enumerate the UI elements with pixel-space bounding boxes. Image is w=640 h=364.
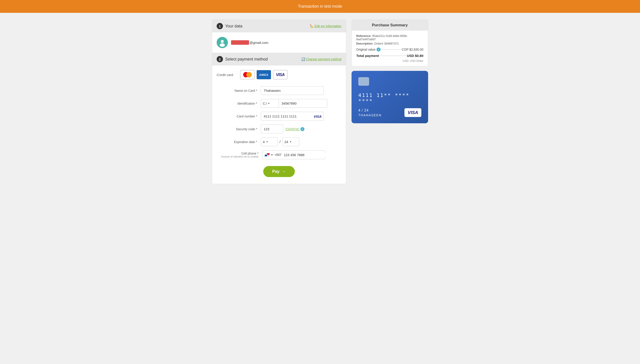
- card-bottom: 4 / 24 THAHASEEN VISA: [358, 108, 421, 117]
- change-payment-text: Change payment method: [306, 57, 342, 61]
- expiry-month-value: 4: [263, 140, 265, 144]
- card-number-preview: 4111 11** **** ****: [358, 92, 421, 104]
- flag-icon: 🇵🇦: [265, 152, 269, 157]
- amex-text: AMEX: [257, 70, 271, 79]
- description-value: Order# 384687371: [374, 42, 399, 45]
- edit-link-text: Edit my information: [314, 24, 342, 28]
- change-payment-link[interactable]: 🔄 Change payment method: [301, 57, 342, 61]
- currency-note: USD: USD Dollar: [356, 60, 423, 62]
- card-number-label: Card number *: [221, 114, 257, 118]
- phone-dropdown-arrow: ▼: [271, 154, 273, 156]
- phone-input-group[interactable]: 🇵🇦 ▼ +507: [262, 150, 325, 159]
- security-code-input[interactable]: [261, 125, 283, 134]
- total-label: Total payment: [356, 54, 379, 58]
- total-value: USD $0.80: [407, 54, 423, 58]
- pencil-icon: ✏️: [310, 24, 313, 28]
- cell-phone-row: Cell phone * (Incluye el indicativo de t…: [221, 150, 342, 159]
- summary-title: Purchase Summary: [352, 20, 428, 30]
- email-redacted: [231, 40, 249, 45]
- pay-button[interactable]: Pay →: [263, 166, 295, 177]
- mastercard-logo[interactable]: [240, 70, 255, 80]
- dots-1: [382, 49, 400, 50]
- purchase-summary: Purchase Summary Reference: 95ab221c-f1d…: [352, 20, 428, 66]
- transaction-banner: Transaction in test mode: [0, 0, 640, 13]
- amex-logo[interactable]: AMEX: [256, 70, 271, 80]
- expiration-label: Expiration date *: [221, 140, 257, 144]
- avatar-icon: [218, 38, 226, 47]
- credit-card-label: Credit card: [217, 73, 237, 77]
- cvv-info-icon[interactable]: i: [300, 127, 304, 131]
- cvv-link[interactable]: CVV/CVC i: [285, 127, 304, 131]
- visa-logo[interactable]: VISA: [273, 70, 287, 80]
- section2-title: 2 Select payment method: [217, 56, 268, 62]
- section2-header: 2 Select payment method 🔄 Change payment…: [212, 53, 346, 66]
- id-type-dropdown[interactable]: C.I ▼: [261, 99, 279, 108]
- section1-title: 1 Your data: [217, 23, 242, 29]
- phone-input[interactable]: [284, 153, 327, 157]
- original-value-label-text: Original value: [356, 48, 376, 51]
- reference-line: Reference: 95ab221c-f1d9-4e6e-850b-8ad7a…: [356, 34, 423, 41]
- user-email: @gmail.com: [231, 40, 268, 45]
- summary-body: Reference: 95ab221c-f1d9-4e6e-850b-8ad7a…: [352, 30, 428, 66]
- expiry-input-group: 4 ▼ / 24 ▼: [261, 138, 299, 146]
- visa-card-badge: VISA: [314, 114, 322, 118]
- svg-point-2: [220, 44, 225, 47]
- banner-text: Transaction in test mode: [298, 4, 342, 8]
- mastercard-circles: [243, 72, 252, 78]
- id-number-input[interactable]: [279, 99, 327, 108]
- description-line: Description: Order# 384687371: [356, 42, 423, 45]
- expiry-year-select[interactable]: 24 ▼: [282, 138, 299, 146]
- card-number-wrapper: VISA: [261, 112, 324, 120]
- card-expiry-preview: 4 / 24: [358, 108, 382, 112]
- card-name-preview: THAHASEEN: [358, 114, 382, 117]
- refresh-icon: 🔄: [301, 57, 305, 61]
- right-panel: Purchase Summary Reference: 95ab221c-f1d…: [352, 20, 428, 184]
- main-panel: 1 Your data ✏️ Edit my information @gmai…: [212, 20, 346, 184]
- expiration-row: Expiration date * 4 ▼ / 24 ▼: [221, 138, 342, 146]
- original-value-label-wrapper: Original value i: [356, 48, 381, 52]
- pay-button-label: Pay: [272, 169, 279, 174]
- description-label: Description:: [356, 42, 373, 45]
- card-chip: [358, 77, 369, 86]
- expiry-separator: /: [279, 140, 280, 144]
- name-on-card-input[interactable]: [261, 86, 324, 95]
- card-number-row: Card number * VISA: [221, 112, 342, 120]
- section2: 2 Select payment method 🔄 Change payment…: [212, 53, 346, 184]
- section1-header: 1 Your data ✏️ Edit my information: [212, 20, 346, 32]
- original-value-info-icon[interactable]: i: [377, 48, 381, 52]
- name-on-card-row: Name on Card *: [221, 86, 342, 95]
- svg-point-1: [221, 40, 224, 43]
- dots-2: [380, 56, 406, 56]
- mc-orange-circle: [246, 72, 252, 78]
- user-avatar: [217, 37, 228, 48]
- cvv-link-text: CVV/CVC: [285, 127, 299, 131]
- identification-label: Identification *: [221, 102, 257, 105]
- original-value: COP $2,830.00: [402, 48, 423, 51]
- card-type-row: Credit card AMEX VISA: [217, 70, 342, 80]
- expiry-month-select[interactable]: 4 ▼: [261, 138, 278, 146]
- expiry-year-value: 24: [284, 140, 288, 144]
- reference-label: Reference:: [356, 34, 371, 38]
- original-value-line: Original value i COP $2,830.00: [356, 48, 423, 52]
- card-logos: AMEX VISA: [240, 70, 287, 80]
- section1-label: Your data: [225, 24, 242, 28]
- form-fields: Name on Card * Identification * C.I ▼: [217, 86, 342, 159]
- payment-body: Credit card AMEX VISA: [212, 66, 346, 184]
- identification-row: Identification * C.I ▼: [221, 99, 342, 108]
- pay-button-row: Pay →: [217, 166, 342, 177]
- id-type-value: C.I: [263, 102, 267, 105]
- month-chevron: ▼: [266, 140, 268, 143]
- id-input-group: C.I ▼: [261, 99, 324, 108]
- year-chevron: ▼: [289, 140, 292, 143]
- security-input-group: CVV/CVC i: [261, 125, 304, 134]
- security-code-row: Security code * CVV/CVC i: [221, 125, 342, 134]
- cell-phone-hint: (Incluye el indicativo de tu ciudad): [221, 155, 258, 158]
- card-preview: 4111 11** **** **** 4 / 24 THAHASEEN VIS…: [352, 71, 428, 123]
- name-on-card-label: Name on Card *: [221, 89, 257, 92]
- step2-circle: 2: [217, 56, 223, 62]
- phone-prefix: +507: [274, 153, 282, 156]
- cell-phone-label: Cell phone *: [222, 152, 258, 155]
- card-info-left: 4 / 24 THAHASEEN: [358, 108, 382, 117]
- edit-info-link[interactable]: ✏️ Edit my information: [310, 24, 342, 28]
- step1-circle: 1: [217, 23, 223, 29]
